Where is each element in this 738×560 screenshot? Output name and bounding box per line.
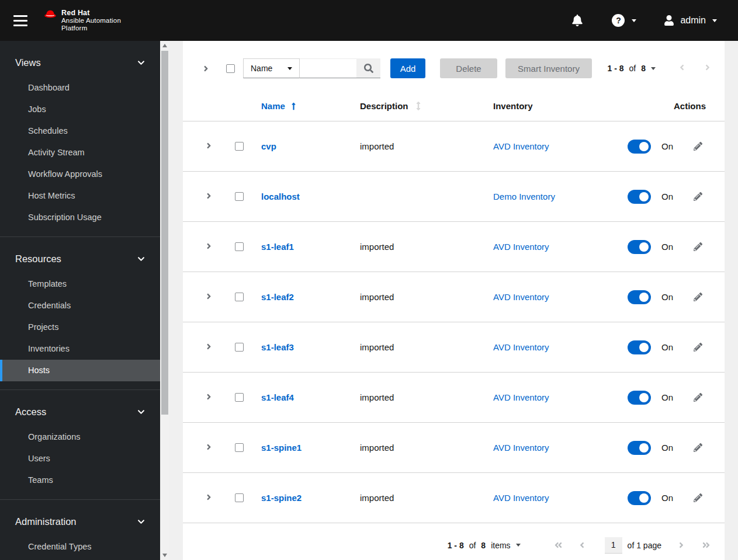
notifications-button[interactable] — [572, 15, 583, 26]
sidebar-scrollbar[interactable] — [161, 41, 169, 560]
sidebar-item-hosts[interactable]: Hosts — [0, 360, 160, 381]
row-checkbox[interactable] — [235, 343, 244, 352]
user-menu-button[interactable]: admin — [664, 15, 717, 26]
sidebar-item-credentials[interactable]: Credentials — [0, 295, 160, 316]
previous-page-button[interactable] — [580, 541, 584, 549]
masthead: Red Hat Ansible Automation Platform ? ad… — [0, 0, 738, 41]
column-header-description[interactable]: Description — [360, 101, 493, 111]
sidebar-item-credential-types[interactable]: Credential Types — [0, 536, 160, 558]
host-enabled-toggle[interactable] — [628, 290, 651, 304]
host-enabled-toggle[interactable] — [628, 240, 651, 254]
scroll-up-icon[interactable] — [162, 44, 167, 47]
add-button[interactable]: Add — [390, 58, 425, 78]
sidebar-item-schedules[interactable]: Schedules — [0, 120, 160, 142]
sidebar-item-templates[interactable]: Templates — [0, 273, 160, 295]
host-name-link[interactable]: localhost — [261, 192, 300, 201]
edit-host-button[interactable] — [694, 393, 702, 402]
inventory-link[interactable]: AVD Inventory — [493, 242, 549, 252]
inventory-link[interactable]: AVD Inventory — [493, 493, 549, 503]
nav-group-resources-header[interactable]: Resources — [0, 251, 160, 266]
column-header-name[interactable]: Name — [251, 101, 360, 111]
edit-host-button[interactable] — [694, 293, 702, 301]
inventory-link[interactable]: AVD Inventory — [493, 342, 549, 352]
scrollbar-thumb[interactable] — [161, 51, 168, 415]
row-expand-button[interactable] — [206, 392, 212, 403]
row-checkbox[interactable] — [235, 242, 244, 251]
nav-group-access-header[interactable]: Access — [0, 404, 160, 419]
chevron-left-icon — [580, 541, 584, 549]
row-checkbox[interactable] — [235, 142, 244, 151]
row-checkbox[interactable] — [235, 192, 244, 201]
delete-button[interactable]: Delete — [440, 58, 497, 78]
nav-group-views-header[interactable]: Views — [0, 55, 160, 70]
column-header-actions: Actions — [628, 101, 725, 111]
expand-all-button[interactable] — [203, 64, 209, 73]
sidebar-item-teams[interactable]: Teams — [0, 469, 160, 491]
host-enabled-toggle[interactable] — [628, 340, 651, 354]
scroll-down-icon[interactable] — [162, 554, 167, 557]
host-enabled-toggle[interactable] — [628, 391, 651, 405]
edit-host-button[interactable] — [694, 142, 702, 151]
host-name-link[interactable]: cvp — [261, 141, 276, 151]
sidebar-item-organizations[interactable]: Organizations — [0, 426, 160, 448]
prev-page-button[interactable] — [679, 63, 685, 74]
host-enabled-toggle[interactable] — [628, 190, 651, 204]
chevron-left-icon — [679, 63, 685, 72]
first-page-button[interactable] — [555, 541, 562, 549]
inventory-link[interactable]: AVD Inventory — [493, 392, 549, 402]
nav-group-administration-header[interactable]: Administration — [0, 514, 160, 529]
sidebar-item-jobs[interactable]: Jobs — [0, 99, 160, 120]
host-name-link[interactable]: s1-leaf4 — [261, 392, 294, 402]
host-name-link[interactable]: s1-leaf2 — [261, 292, 294, 302]
row-checkbox[interactable] — [235, 443, 244, 452]
sidebar-item-activity-stream[interactable]: Activity Stream — [0, 142, 160, 164]
host-name-link[interactable]: s1-leaf1 — [261, 242, 294, 252]
pencil-icon — [694, 393, 702, 402]
sidebar-item-dashboard[interactable]: Dashboard — [0, 77, 160, 99]
search-input[interactable] — [300, 58, 356, 78]
inventory-link[interactable]: AVD Inventory — [493, 292, 549, 302]
sidebar-item-users[interactable]: Users — [0, 448, 160, 469]
search-button[interactable] — [356, 58, 380, 78]
filter-type-select[interactable]: Name — [243, 58, 300, 78]
current-page-input[interactable] — [605, 537, 622, 554]
last-page-button[interactable] — [702, 541, 710, 549]
row-expand-button[interactable] — [206, 141, 212, 152]
host-name-link[interactable]: s1-spine2 — [261, 493, 302, 503]
inventory-link[interactable]: AVD Inventory — [493, 443, 549, 453]
inventory-link[interactable]: AVD Inventory — [493, 141, 549, 151]
nav-toggle-button[interactable] — [13, 15, 27, 26]
host-name-link[interactable]: s1-leaf3 — [261, 342, 294, 352]
host-enabled-toggle[interactable] — [628, 491, 651, 505]
next-page-button[interactable] — [705, 63, 711, 74]
edit-host-button[interactable] — [694, 343, 702, 352]
edit-host-button[interactable] — [694, 192, 702, 201]
row-expand-button[interactable] — [206, 192, 212, 202]
next-page-button[interactable] — [679, 541, 684, 549]
host-name-link[interactable]: s1-spine1 — [261, 443, 302, 453]
row-expand-button[interactable] — [206, 342, 212, 353]
row-expand-button[interactable] — [206, 292, 212, 302]
host-enabled-toggle[interactable] — [628, 441, 651, 455]
inventory-link[interactable]: Demo Inventory — [493, 192, 555, 201]
sidebar-item-subscription-usage[interactable]: Subscription Usage — [0, 207, 160, 228]
items-per-page-button[interactable]: 1 - 8 of 8 items — [448, 541, 521, 550]
pagination-menu-button[interactable]: 1 - 8 of 8 — [608, 64, 656, 73]
help-menu-button[interactable]: ? — [612, 14, 636, 27]
edit-host-button[interactable] — [694, 242, 702, 251]
row-checkbox[interactable] — [235, 293, 244, 301]
edit-host-button[interactable] — [694, 493, 702, 502]
row-checkbox[interactable] — [235, 493, 244, 502]
sidebar-item-projects[interactable]: Projects — [0, 316, 160, 338]
sidebar-item-workflow-approvals[interactable]: Workflow Approvals — [0, 164, 160, 185]
row-expand-button[interactable] — [206, 493, 212, 503]
host-enabled-toggle[interactable] — [628, 140, 651, 154]
sidebar-item-host-metrics[interactable]: Host Metrics — [0, 185, 160, 207]
sidebar-item-inventories[interactable]: Inventories — [0, 338, 160, 360]
edit-host-button[interactable] — [694, 443, 702, 452]
select-all-checkbox[interactable] — [226, 64, 235, 73]
row-expand-button[interactable] — [206, 443, 212, 453]
row-checkbox[interactable] — [235, 393, 244, 402]
row-expand-button[interactable] — [206, 242, 212, 252]
smart-inventory-button[interactable]: Smart Inventory — [505, 58, 592, 78]
